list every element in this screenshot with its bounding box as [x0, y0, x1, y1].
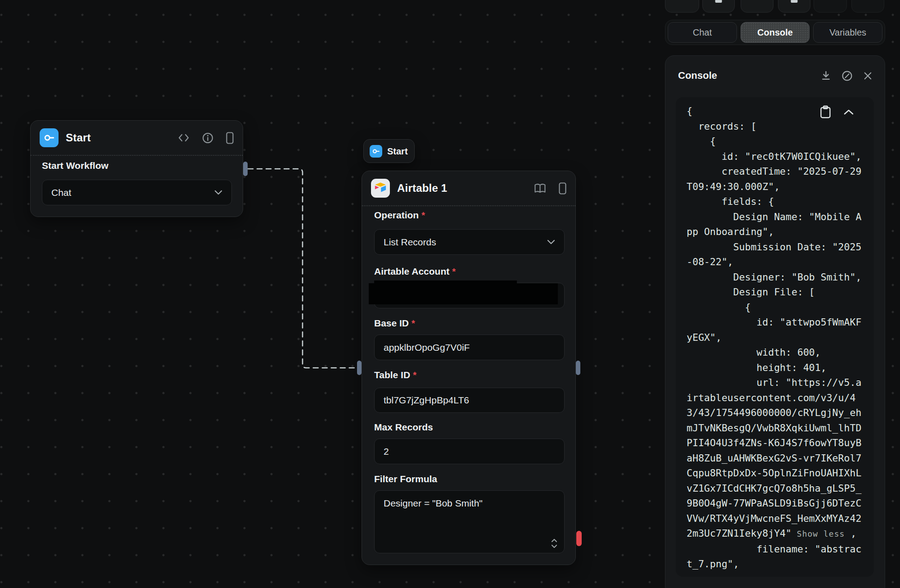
toolbar-button-3[interactable] — [741, 0, 773, 13]
mini-start-node[interactable]: Start — [363, 139, 415, 163]
start-node-title: Start — [66, 131, 91, 144]
start-node[interactable]: Start Start Workflow Chat — [30, 120, 243, 217]
filter-formula-label: Filter Formula — [374, 474, 437, 484]
code-icon[interactable] — [178, 133, 190, 143]
required-marker: * — [412, 318, 415, 328]
clear-console-icon[interactable] — [841, 70, 853, 81]
toolbar-button-6[interactable] — [851, 0, 884, 13]
divider — [31, 155, 243, 156]
toolbar-button-5[interactable] — [814, 0, 847, 13]
close-icon[interactable] — [863, 71, 873, 81]
console-panel: Console — [665, 55, 885, 588]
airtable-node-title: Airtable 1 — [397, 182, 447, 194]
start-node-output-handle[interactable] — [243, 162, 248, 176]
chevron-down-icon — [547, 240, 555, 244]
operation-select[interactable]: List Records — [374, 229, 565, 255]
toolbar-button-4[interactable] — [778, 0, 810, 13]
airtable-output-handle[interactable] — [576, 361, 580, 375]
book-icon[interactable] — [534, 183, 546, 194]
airtable-node-header: Airtable 1 — [362, 171, 575, 205]
base-id-value: appklbrOpoGg7V0iF — [384, 342, 470, 353]
mini-start-title: Start — [387, 146, 408, 157]
redaction-box — [374, 280, 517, 284]
airtable-account-label: Airtable Account* — [374, 266, 456, 277]
chevron-down-icon — [214, 190, 222, 195]
toolbar-icon — [791, 0, 798, 3]
start-glyph-icon — [43, 132, 55, 144]
start-glyph-icon — [372, 147, 380, 155]
base-id-label: Base ID* — [374, 318, 415, 329]
start-node-header: Start — [31, 121, 243, 155]
console-code-before: { records: [ { id: "rec0tK7W0ICQikuee", … — [687, 105, 861, 539]
console-json-output: { records: [ { id: "rec0tK7W0ICQikuee", … — [687, 104, 870, 572]
start-workflow-label: Start Workflow — [42, 160, 109, 171]
toolbar-icon — [715, 0, 722, 3]
start-node-icon — [40, 128, 59, 147]
max-records-value: 2 — [384, 446, 389, 457]
airtable-icon — [371, 179, 390, 198]
mini-start-icon — [370, 145, 382, 158]
table-id-input[interactable]: tbl7G7jZgHpBp4LT6 — [374, 388, 565, 413]
airtable-input-handle[interactable] — [357, 361, 362, 375]
required-marker: * — [421, 210, 425, 220]
panel-toggle-icon[interactable] — [559, 182, 566, 194]
redaction-box — [369, 283, 558, 304]
operation-label: Operation* — [374, 210, 425, 221]
table-id-label: Table ID* — [374, 370, 416, 380]
required-marker: * — [452, 267, 456, 276]
panel-toggle-icon[interactable] — [226, 132, 234, 144]
divider — [362, 205, 575, 206]
filter-formula-textarea[interactable]: Designer = "Bob Smith" — [374, 490, 565, 553]
show-less-link[interactable]: Show less — [791, 529, 845, 538]
tab-console[interactable]: Console — [741, 22, 810, 43]
tab-variables[interactable]: Variables — [813, 22, 882, 43]
start-workflow-select[interactable]: Chat — [42, 180, 232, 205]
airtable-node[interactable]: Airtable 1 Operation* List Records Airta… — [362, 171, 576, 565]
console-output-block[interactable]: { records: [ { id: "rec0tK7W0ICQikuee", … — [676, 97, 874, 577]
airtable-error-handle[interactable] — [576, 531, 582, 546]
download-icon[interactable] — [820, 70, 832, 81]
toolbar-button-2[interactable] — [702, 0, 735, 13]
start-workflow-value: Chat — [51, 187, 71, 198]
tab-chat[interactable]: Chat — [668, 22, 737, 43]
console-title: Console — [678, 70, 717, 81]
workflow-canvas[interactable]: Start Start Workflow Chat — [0, 0, 900, 588]
base-id-input[interactable]: appklbrOpoGg7V0iF — [374, 335, 565, 360]
table-id-value: tbl7G7jZgHpBp4LT6 — [384, 395, 469, 406]
max-records-label: Max Records — [374, 422, 433, 433]
toolbar-button-1[interactable] — [665, 0, 699, 13]
max-records-input[interactable]: 2 — [374, 439, 565, 464]
airtable-logo-icon — [374, 182, 387, 194]
filter-formula-value: Designer = "Bob Smith" — [384, 498, 483, 509]
right-panel-tabs: Chat Console Variables — [665, 20, 885, 45]
required-marker: * — [413, 370, 416, 380]
operation-value: List Records — [384, 237, 436, 248]
info-icon[interactable] — [202, 132, 213, 144]
resize-icon[interactable] — [551, 538, 558, 548]
